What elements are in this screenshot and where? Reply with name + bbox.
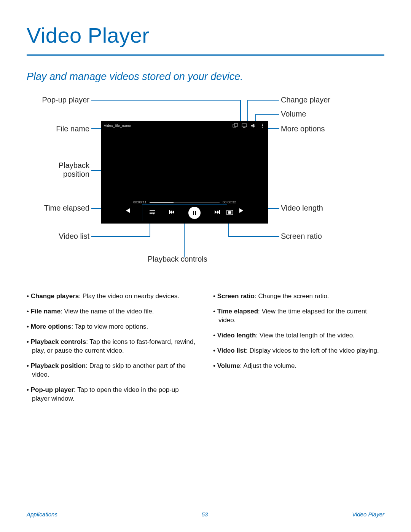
bullets: Change players: Play the video on nearby… — [27, 292, 384, 409]
svg-marker-16 — [170, 210, 172, 214]
bullet-item: Playback controls: Tap the icons to fast… — [27, 338, 198, 355]
bullet-item: Screen ratio: Change the screen ratio. — [213, 292, 384, 301]
pause-button[interactable] — [188, 207, 201, 219]
bullet-item: Video length: View the total length of t… — [213, 331, 384, 340]
bullet-item: Time elapsed: View the time elapsed for … — [213, 307, 384, 325]
video-player-mock: Video_file_name 00:00:11 00:00:32 — [101, 121, 268, 224]
bullet-item: Pop-up player: Tap to open the video in … — [27, 386, 198, 403]
svg-marker-15 — [153, 213, 155, 214]
svg-rect-20 — [195, 211, 196, 215]
page-title: Video Player — [27, 23, 384, 48]
svg-rect-23 — [219, 210, 220, 214]
svg-marker-21 — [215, 210, 217, 214]
svg-rect-2 — [242, 124, 247, 127]
bullet-item: More options: Tap to view more options. — [27, 323, 198, 331]
bullet-item: Playback position: Drag to skip to anoth… — [27, 362, 198, 379]
player-filename: Video_file_name — [104, 124, 131, 128]
label-popup: Pop-up player — [27, 96, 89, 104]
popup-icon[interactable] — [233, 123, 238, 128]
prev-chapter-icon[interactable] — [125, 208, 131, 215]
progress-track[interactable] — [150, 202, 220, 203]
diagram: Pop-up player File name Playback positio… — [27, 90, 384, 281]
label-video-length: Video length — [281, 204, 323, 212]
time-length-value: 00:00:32 — [223, 200, 236, 204]
progress-row: 00:00:11 00:00:32 — [133, 200, 236, 204]
svg-rect-18 — [169, 210, 170, 214]
footer-center: 53 — [202, 511, 208, 518]
svg-marker-17 — [172, 210, 174, 214]
page-subtitle: Play and manage videos stored on your de… — [27, 71, 384, 83]
volume-icon[interactable] — [251, 123, 256, 128]
label-volume: Volume — [281, 110, 306, 118]
next-chapter-icon[interactable] — [238, 208, 244, 215]
change-player-icon[interactable] — [242, 123, 247, 128]
more-options-icon[interactable] — [260, 123, 265, 128]
rewind-icon[interactable] — [169, 209, 175, 217]
time-elapsed-value: 00:00:11 — [133, 200, 147, 204]
svg-marker-22 — [217, 210, 219, 214]
footer-left: Applications — [27, 511, 57, 518]
svg-rect-3 — [243, 127, 245, 128]
label-video-list: Video list — [27, 232, 89, 241]
svg-marker-8 — [126, 208, 130, 213]
bullet-item: File name: View the name of the video fi… — [27, 307, 198, 316]
label-filename: File name — [27, 125, 89, 133]
footer: Applications 53 Video Player — [0, 511, 411, 518]
screen-ratio-icon[interactable] — [226, 210, 233, 217]
svg-rect-19 — [193, 211, 194, 215]
fastforward-icon[interactable] — [213, 209, 220, 217]
label-change-player: Change player — [281, 96, 330, 104]
footer-right: Video Player — [352, 511, 384, 518]
bullet-item: Change players: Play the video on nearby… — [27, 292, 198, 301]
title-rule — [27, 54, 384, 56]
svg-rect-1 — [234, 123, 237, 126]
svg-marker-4 — [251, 124, 254, 128]
label-more-options: More options — [281, 125, 325, 133]
svg-point-6 — [262, 125, 263, 126]
label-time-elapsed: Time elapsed — [27, 204, 89, 212]
label-playback-controls: Playback controls — [148, 255, 207, 264]
playback-controls — [142, 204, 227, 221]
bullet-item: Volume: Adjust the volume. — [213, 362, 384, 371]
svg-point-5 — [262, 124, 263, 125]
svg-marker-9 — [239, 208, 243, 213]
bullet-item: Video list: Display videos to the left o… — [213, 347, 384, 355]
label-playback-position-1: Playback — [27, 161, 89, 170]
svg-rect-11 — [228, 211, 231, 214]
svg-point-7 — [262, 127, 263, 128]
label-screen-ratio: Screen ratio — [281, 232, 322, 241]
video-list-icon[interactable] — [149, 209, 156, 217]
label-playback-position-2: position — [27, 170, 89, 179]
